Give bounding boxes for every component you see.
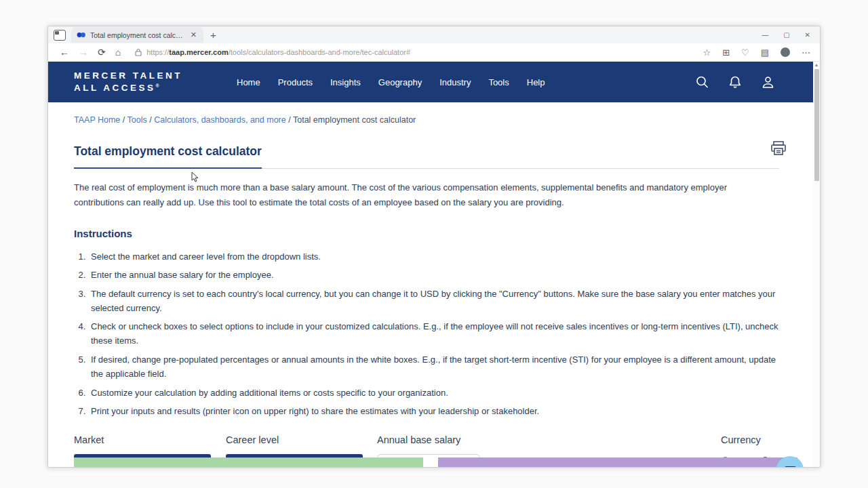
printer-icon[interactable] [770,140,787,159]
page-viewport: MERCER TALENT ALL ACCESS® Home Products … [48,62,820,467]
instructions-list: Select the market and career level from … [74,249,779,418]
nav-item-products[interactable]: Products [278,77,313,87]
back-icon[interactable]: ← [60,47,69,57]
refresh-icon[interactable]: ⟳ [98,47,106,57]
instructions-heading: Instructions [74,228,779,239]
forward-icon[interactable]: → [79,47,88,57]
nav-item-geography[interactable]: Geography [378,77,422,87]
scrollbar-up-icon[interactable]: ▲ [813,62,820,68]
tab-workspaces-icon[interactable] [54,30,66,41]
title-row: Total employment cost calculator [74,144,779,169]
account-icon[interactable] [761,75,775,89]
lock-icon [135,48,142,56]
window-close-button[interactable]: ✕ [805,32,810,39]
browser-home-icon[interactable]: ⌂ [115,47,121,57]
page-content: TAAP Home / Tools / Calculators, dashboa… [48,102,814,467]
instruction-step: Print your inputs and results (printer i… [88,404,779,418]
tab-close-icon[interactable]: ✕ [189,30,198,39]
market-label: Market [74,434,211,445]
results-panel-green [74,458,423,467]
tab-strip: Total employment cost calculator ✕ + — ▢… [48,26,820,43]
instruction-step: Check or uncheck boxes to select options… [88,319,779,348]
instruction-step: Customize your calculation by adding add… [88,386,779,400]
window-minimize-button[interactable]: — [762,32,768,39]
nav-item-industry[interactable]: Industry [439,77,471,87]
results-panel-purple [438,458,797,467]
notifications-bell-icon[interactable] [728,75,742,89]
window-maximize-button[interactable]: ▢ [783,32,789,39]
instruction-step: The default currency is set to each coun… [88,287,779,315]
breadcrumb-current: Total employment cost calculator [293,115,416,125]
currency-label: Currency [721,434,791,445]
page-title: Total employment cost calculator [74,144,262,169]
browser-essentials-icon[interactable]: ♡ [741,48,749,57]
instruction-step: Select the market and career level from … [88,249,779,264]
instruction-step: Enter the annual base salary for the emp… [88,268,779,282]
split-screen-icon[interactable]: ▤ [761,48,769,57]
nav-item-help[interactable]: Help [527,77,545,87]
browser-window: Total employment cost calculator ✕ + — ▢… [47,26,821,468]
favorites-icon[interactable]: ☆ [703,48,711,57]
breadcrumb: TAAP Home / Tools / Calculators, dashboa… [74,115,779,125]
new-tab-button[interactable]: + [210,29,216,41]
career-level-label: Career level [226,434,363,445]
mercer-favicon-icon [77,32,86,38]
site-header: MERCER TALENT ALL ACCESS® Home Products … [48,62,814,102]
breadcrumb-link-taap-home[interactable]: TAAP Home [74,115,120,125]
more-menu-icon[interactable]: ⋯ [802,48,810,57]
url-text: https://taap.mercer.com/tools/calculator… [146,48,410,56]
scrollbar-thumb[interactable] [814,69,819,181]
nav-item-home[interactable]: Home [237,77,260,87]
annual-base-salary-label: Annual base salary [377,434,480,445]
breadcrumb-link-calculators[interactable]: Calculators, dashboards, and more [154,115,286,125]
intro-paragraph: The real cost of employment is much more… [74,180,779,211]
tab-title: Total employment cost calculator [90,31,185,39]
instruction-step: If desired, change pre-populated percent… [88,352,779,381]
browser-tab[interactable]: Total employment cost calculator ✕ [71,27,203,43]
profile-avatar[interactable] [781,47,790,57]
nav-item-insights[interactable]: Insights [330,77,361,87]
search-icon[interactable] [695,75,709,89]
browser-toolbar: ← → ⟳ ⌂ https://taap.mercer.com/tools/ca… [48,43,820,62]
mercer-taap-logo[interactable]: MERCER TALENT ALL ACCESS® [74,70,182,94]
nav-item-tools[interactable]: Tools [488,77,509,87]
page-scrollbar: ▲ [813,62,820,467]
address-bar[interactable]: https://taap.mercer.com/tools/calculator… [135,48,694,56]
breadcrumb-link-tools[interactable]: Tools [127,115,147,125]
main-nav: Home Products Insights Geography Industr… [237,77,545,87]
collections-icon[interactable]: ⊞ [722,48,730,57]
